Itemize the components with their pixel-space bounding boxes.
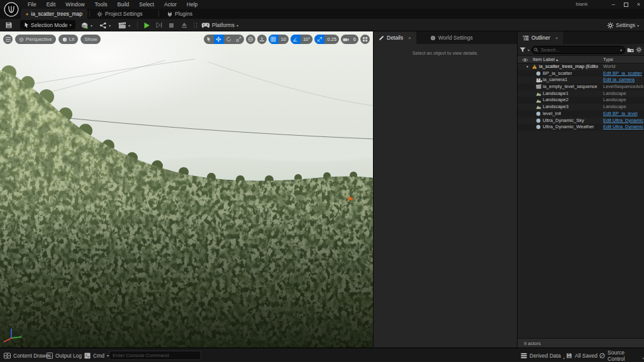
select-tool-button[interactable] [204,35,214,44]
lit-mode-dropdown[interactable]: Lit [58,35,78,44]
outliner-row[interactable]: Ultra_Dynamic_Sky Edit Ultra_Dynamic_Sky [518,118,644,124]
menu-item-window[interactable]: Window [60,1,89,8]
tab-world-settings[interactable]: World Settings [425,31,478,44]
close-button[interactable]: × [637,0,640,9]
search-options-chevron-icon[interactable]: ▾ [620,48,622,52]
menu-item-build[interactable]: Build [112,1,134,8]
outliner-row[interactable]: BP_ia_scatter Edit BP_ia_scatter [518,70,644,77]
source-control-button[interactable]: Source Control ▾ [599,348,644,362]
menu-item-tools[interactable]: Tools [90,1,113,8]
tab-project-settings[interactable]: Project Settings [92,9,148,19]
create-folder-icon[interactable] [627,47,634,53]
source-control-label: Source Control [608,349,640,362]
content-drawer-icon [4,353,11,359]
chevron-down-icon: ▾ [637,23,639,28]
scale-tool-button[interactable] [234,35,244,44]
outliner-row[interactable]: Landscape2 Landscape [518,97,644,104]
platforms-dropdown[interactable]: Platforms ▾ [201,19,238,31]
tab-outliner[interactable]: Outliner × [518,31,563,44]
close-tab-icon[interactable]: × [408,35,411,41]
outliner-search-input[interactable] [531,46,625,54]
source-control-disabled-icon [599,353,605,359]
perspective-label: Perspective [26,36,52,42]
row-label: BP_ia_scatter [543,70,572,77]
chevron-down-icon: ▾ [91,23,92,28]
tab-plugins[interactable]: Plugins [162,9,197,19]
outliner-row[interactable]: Landscape1 Landscape [518,90,644,97]
cmd-label: Cmd [93,353,104,359]
scale-snap-value[interactable]: 0.25 [325,36,339,42]
close-tab-icon[interactable]: × [555,35,558,41]
cinematics-dropdown[interactable]: ▾ [118,19,130,31]
outliner-row[interactable]: level_init Edit BP_ia_level [518,111,644,118]
level-viewport[interactable]: Perspective Lit Show 10 [0,31,373,348]
cmd-dropdown[interactable]: Cmd ▾ [84,348,109,362]
outliner-row[interactable]: Landscape3 Landscape [518,104,644,111]
scale-snap-toggle[interactable] [314,35,325,44]
tab-level-map[interactable]: ia_scatter_trees_map [21,9,87,19]
show-dropdown[interactable]: Show [80,35,101,44]
selection-mode-dropdown[interactable]: Selection Mode ▾ [20,20,75,30]
level-warning-icon [532,64,537,69]
menu-item-edit[interactable]: Edit [42,1,61,8]
menu-item-file[interactable]: File [23,1,42,8]
save-button[interactable] [5,19,13,31]
derived-data-button[interactable]: Derived Data ▾ [521,348,565,362]
column-item-label[interactable]: Item Label ▴ [533,57,558,62]
outliner-row[interactable]: ▾ ia_scatter_trees_map (Editor) World [518,63,644,70]
toolbar-separator [194,21,194,29]
eject-button[interactable] [181,22,190,28]
row-type[interactable]: Edit Ultra_Dynamic_Weather [603,124,643,131]
filter-chevron-icon[interactable]: ▾ [528,48,530,52]
tab-details[interactable]: Details × [374,31,416,44]
output-log-button[interactable]: Output Log [47,348,82,362]
perspective-dropdown[interactable]: Perspective [15,35,56,44]
outliner-row[interactable]: Ultra_Dynamic_Weather Edit Ultra_Dynamic… [518,124,644,131]
maximize-viewport-button[interactable] [360,35,370,44]
outliner-row[interactable]: ia_camera1 Edit ia_camera [518,77,644,84]
menu-item-actor[interactable]: Actor [159,1,182,8]
column-type[interactable]: Type [603,57,613,62]
sort-ascending-icon: ▴ [556,58,558,62]
play-button[interactable] [143,22,152,29]
details-tab-strip: Details × World Settings [374,31,517,44]
menu-item-help[interactable]: Help [182,1,203,8]
tab-world-settings-label: World Settings [438,35,473,41]
rotate-tool-button[interactable] [224,35,234,44]
expand-arrow-icon[interactable]: ▾ [526,63,528,70]
cursor-icon [24,22,29,28]
row-type[interactable]: Edit Ultra_Dynamic_Sky [603,118,643,124]
viewport-options-menu[interactable] [3,35,13,44]
world-coordinate-button[interactable] [246,35,255,44]
add-actor-dropdown[interactable]: ▾ [80,19,92,31]
filter-icon[interactable] [519,47,526,53]
visibility-eye-icon[interactable] [522,58,528,62]
console-command-input[interactable] [109,351,201,360]
camera-speed-button[interactable] [341,35,351,44]
outliner-row[interactable]: ia_empty_level_sequence LevelSequenceAct… [518,84,644,90]
content-drawer-button[interactable]: Content Drawer [4,348,51,362]
rotation-snap-toggle[interactable] [291,35,301,44]
blueprints-dropdown[interactable]: ▾ [99,19,111,31]
all-saved-button[interactable]: All Saved [566,348,597,362]
minimize-button[interactable]: – [612,0,615,9]
row-type[interactable]: Edit BP_ia_scatter [603,70,643,77]
move-tool-button[interactable] [214,35,224,44]
surface-snapping-button[interactable] [257,35,267,44]
settings-dropdown[interactable]: Settings ▾ [607,19,639,31]
camera-speed-value[interactable]: 6 [351,36,358,42]
maximize-button[interactable] [624,3,628,7]
stop-button[interactable] [169,23,177,28]
outliner-settings-gear-icon[interactable] [636,47,642,53]
row-type[interactable]: Edit ia_camera [603,77,643,84]
landscape-icon [536,91,541,96]
play-options-menu[interactable]: ⋮ [194,22,199,28]
rotation-snap-value[interactable]: 10° [301,36,313,42]
grid-snap-toggle[interactable] [269,35,279,44]
grid-snap-value[interactable]: 10 [279,36,289,42]
play-from-here-button[interactable] [156,22,165,28]
outliner-list-icon [523,35,529,41]
row-type[interactable]: Edit BP_ia_level [603,111,643,118]
menu-item-select[interactable]: Select [134,1,159,8]
content-drawer-label: Content Drawer [13,353,51,359]
